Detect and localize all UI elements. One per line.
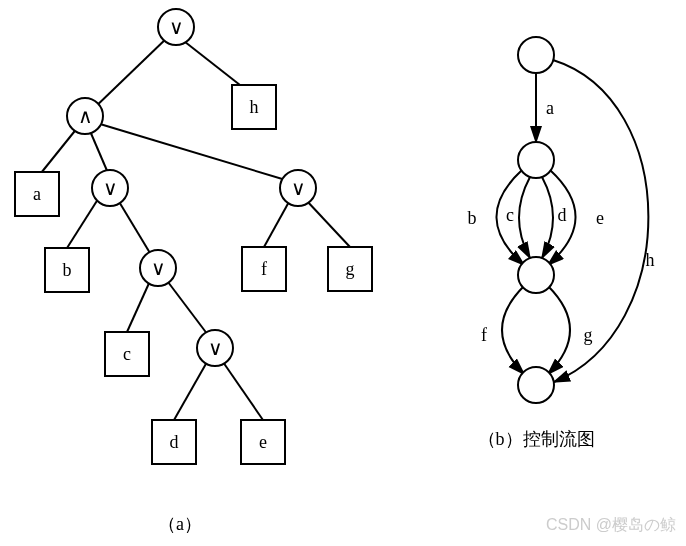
tree-edge	[168, 282, 208, 335]
tree-edge	[223, 362, 263, 420]
tree-edge	[100, 124, 289, 181]
leaf-label-a: a	[33, 184, 41, 204]
flow-node-1	[518, 37, 554, 73]
flow-node-2	[518, 142, 554, 178]
op-label-or-right: ∨	[291, 177, 306, 199]
flow-label-a: a	[546, 98, 554, 118]
flow-edge-g	[548, 286, 570, 374]
tree-a: ∨ ∧ h a ∨ ∨ b ∨ f g c ∨	[15, 9, 372, 534]
op-label-or-de: ∨	[208, 337, 223, 359]
tree-edge	[118, 200, 153, 258]
flow-edge-c	[519, 177, 530, 258]
flow-edge-d	[542, 177, 553, 258]
caption-b: （b）控制流图	[478, 429, 595, 449]
flow-b: a b c d e f g h （b）控制流图	[468, 37, 655, 449]
flow-node-4	[518, 367, 554, 403]
tree-edge	[67, 196, 100, 248]
flow-label-g: g	[584, 325, 593, 345]
flow-label-c: c	[506, 205, 514, 225]
op-label-or-bc: ∨	[151, 257, 166, 279]
flow-label-e: e	[596, 208, 604, 228]
flow-label-h: h	[646, 250, 655, 270]
op-label-or-mid: ∨	[103, 177, 118, 199]
diagram-canvas: ∨ ∧ h a ∨ ∨ b ∨ f g c ∨	[0, 0, 686, 546]
flow-label-d: d	[558, 205, 567, 225]
leaf-label-e: e	[259, 432, 267, 452]
caption-a: （a）	[158, 514, 202, 534]
tree-edge	[90, 35, 170, 112]
op-label-root: ∨	[169, 16, 184, 38]
tree-edge	[306, 200, 350, 247]
leaf-label-c: c	[123, 344, 131, 364]
tree-edge	[174, 362, 207, 420]
leaf-label-f: f	[261, 259, 267, 279]
tree-edge	[264, 200, 290, 247]
flow-edge-f	[502, 286, 524, 374]
leaf-label-g: g	[346, 259, 355, 279]
op-label-and: ∧	[78, 105, 93, 127]
tree-edge	[127, 281, 150, 332]
watermark: CSDN @樱岛の鲸	[546, 515, 676, 536]
tree-edge	[37, 127, 78, 178]
flow-label-f: f	[481, 325, 487, 345]
flow-node-3	[518, 257, 554, 293]
leaf-label-b: b	[63, 260, 72, 280]
tree-edge	[90, 131, 108, 173]
leaf-label-h: h	[250, 97, 259, 117]
leaf-label-d: d	[170, 432, 179, 452]
flow-label-b: b	[468, 208, 477, 228]
